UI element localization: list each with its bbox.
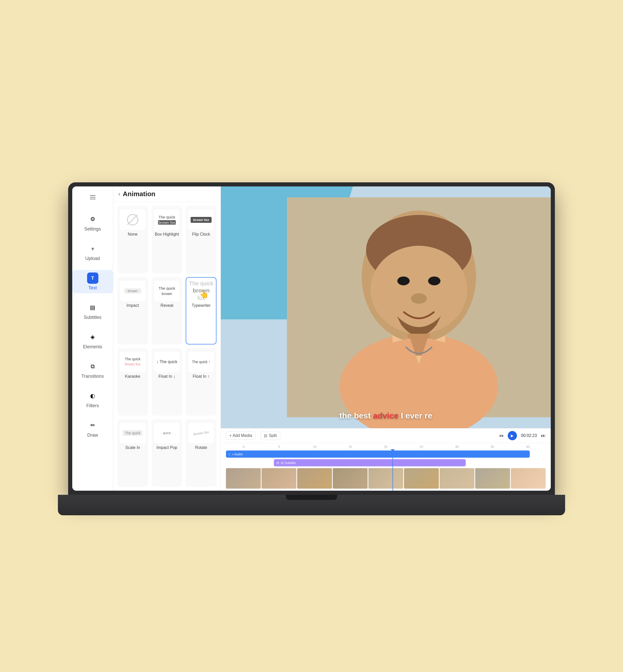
split-label: Split bbox=[269, 433, 277, 438]
laptop-notch bbox=[286, 495, 337, 500]
ruler-15: 15 bbox=[332, 445, 368, 449]
scale-in-text: The quick bbox=[123, 430, 142, 436]
ruler-0: 0 bbox=[226, 445, 262, 449]
content-row: ‹ Animation None bbox=[113, 186, 551, 491]
laptop-wrapper: ⚙ Settings ＋ Upload T Text ▤ Subtitles bbox=[68, 182, 555, 515]
thumbnail-face-6 bbox=[404, 468, 439, 489]
svg-point-6 bbox=[397, 277, 410, 285]
animation-card-impact[interactable]: · brown · Impact bbox=[117, 277, 148, 345]
add-media-button[interactable]: + Add Media bbox=[226, 431, 256, 440]
scale-in-label: Scale In bbox=[125, 445, 140, 450]
subtitle-track-row: ⊟ ⊟ Subtitle bbox=[221, 458, 551, 467]
split-icon: ⊟ bbox=[264, 433, 267, 438]
animation-header: ‹ Animation bbox=[113, 186, 220, 202]
thumbnail-8 bbox=[475, 468, 510, 489]
sidebar-item-subtitles[interactable]: ▤ Subtitles bbox=[72, 299, 113, 323]
split-button[interactable]: ⊟ Split bbox=[261, 431, 280, 440]
thumbnail-face-3 bbox=[297, 468, 332, 489]
audio-track-label: ♪ Audio bbox=[232, 452, 243, 456]
subtitle-red: advice bbox=[373, 411, 398, 420]
video-preview: the best advice I ever re bbox=[221, 186, 551, 428]
ruler-25: 25 bbox=[404, 445, 439, 449]
video-container: ↩ bbox=[221, 186, 551, 491]
animation-card-box-highlight[interactable]: The quickbrown fox Box Highlight bbox=[152, 206, 182, 274]
animation-grid: None The quickbrown fox Box bbox=[113, 202, 220, 491]
thumbnail-5 bbox=[368, 468, 403, 489]
subtitle-track[interactable]: ⊟ ⊟ Subtitle bbox=[274, 459, 466, 466]
rotate-text: brown fox bbox=[193, 430, 209, 436]
subtitles-icon: ▤ bbox=[87, 302, 98, 313]
svg-point-8 bbox=[411, 293, 427, 304]
add-media-label: + Add Media bbox=[229, 433, 252, 438]
ruler-35: 35 bbox=[475, 445, 510, 449]
animation-card-reveal[interactable]: The quickbrown Reveal bbox=[152, 277, 182, 345]
draw-icon: ✏ bbox=[87, 420, 98, 431]
thumbnail-6 bbox=[404, 468, 439, 489]
thumbnail-face-9 bbox=[511, 468, 546, 489]
sidebar: ⚙ Settings ＋ Upload T Text ▤ Subtitles bbox=[72, 186, 113, 491]
ruler-20: 20 bbox=[368, 445, 404, 449]
animation-card-impact-pop[interactable]: · quick · Impact Pop bbox=[152, 419, 182, 487]
float-in-down-label: Float In ↓ bbox=[158, 374, 176, 379]
animation-card-karaoke[interactable]: The quickbrown fox Karaoke bbox=[117, 348, 148, 416]
sidebar-item-filters[interactable]: ◐ Filters bbox=[72, 388, 113, 411]
reveal-preview: The quickbrown bbox=[154, 281, 180, 301]
sidebar-item-transitions[interactable]: ⧉ Transitions bbox=[72, 358, 113, 381]
skip-forward-button[interactable]: ⏭ bbox=[541, 433, 546, 438]
none-icon bbox=[127, 214, 138, 225]
timeline-controls: ⏮ ▶ 00:02:23 ⏭ bbox=[499, 431, 546, 440]
sidebar-item-settings[interactable]: ⚙ Settings bbox=[72, 211, 113, 234]
sidebar-label-upload: Upload bbox=[85, 256, 100, 261]
timeline-toolbar: + Add Media ⊟ Split ⏮ ▶ bbox=[221, 428, 551, 443]
hamburger-line-1 bbox=[90, 195, 95, 196]
sidebar-label-elements: Elements bbox=[83, 344, 102, 349]
main-panel: ‹ Animation None bbox=[113, 186, 551, 491]
hamburger-line-2 bbox=[90, 197, 95, 197]
timeline-tracks: 0 5 10 15 20 25 30 35 40 bbox=[221, 443, 551, 491]
animation-card-scale-in[interactable]: The quick Scale In bbox=[117, 419, 148, 487]
animation-card-float-in-up[interactable]: The quick ↑ Float In ↑ bbox=[186, 348, 216, 416]
ruler-5: 5 bbox=[262, 445, 297, 449]
person-illustration bbox=[287, 186, 551, 428]
filters-icon: ◐ bbox=[87, 390, 98, 402]
skip-back-button[interactable]: ⏮ bbox=[499, 433, 504, 438]
animation-card-typewriter[interactable]: The quick brown fox 👆 Typewriter bbox=[186, 277, 216, 345]
panel-title: Animation bbox=[123, 190, 155, 198]
scale-in-preview: The quick bbox=[120, 423, 146, 443]
gear-icon: ⚙ bbox=[87, 214, 98, 225]
ruler-10: 10 bbox=[297, 445, 332, 449]
sidebar-label-draw: Draw bbox=[87, 432, 98, 438]
video-subtitle: the best advice I ever re bbox=[221, 411, 551, 421]
cursor-hand-icon: 👆 bbox=[199, 289, 209, 299]
none-preview bbox=[120, 210, 146, 230]
subtitle-post: I ever re bbox=[398, 411, 433, 420]
karaoke-label: Karaoke bbox=[125, 374, 140, 379]
sidebar-item-elements[interactable]: ◈ Elements bbox=[72, 329, 113, 352]
animation-panel: ‹ Animation None bbox=[113, 186, 221, 491]
subtitle-track-icon: ⊟ bbox=[276, 461, 279, 465]
sidebar-label-transitions: Transitions bbox=[82, 374, 104, 379]
app-container: ⚙ Settings ＋ Upload T Text ▤ Subtitles bbox=[72, 186, 551, 491]
animation-card-rotate[interactable]: brown fox Rotate bbox=[186, 419, 216, 487]
animation-card-flip-clock[interactable]: brown fox Flip Clock bbox=[186, 206, 216, 274]
audio-track[interactable]: ♪ ♪ Audio bbox=[226, 451, 530, 458]
karaoke-text: The quickbrown fox bbox=[125, 357, 140, 367]
typewriter-label: Typewriter bbox=[191, 303, 211, 308]
none-label: None bbox=[128, 232, 138, 237]
time-display: 00:02:23 bbox=[521, 433, 537, 438]
play-button[interactable]: ▶ bbox=[508, 431, 517, 440]
sidebar-item-text[interactable]: T Text bbox=[72, 270, 113, 293]
sidebar-item-draw[interactable]: ✏ Draw bbox=[72, 417, 113, 440]
hamburger-menu-button[interactable] bbox=[87, 191, 98, 203]
box-highlight-label: Box Highlight bbox=[155, 232, 179, 237]
subtitle-pre: the best bbox=[339, 411, 373, 420]
animation-card-float-in-down[interactable]: ↓ The quick Float In ↓ bbox=[152, 348, 182, 416]
back-button[interactable]: ‹ bbox=[118, 191, 120, 197]
reveal-text: The quickbrown bbox=[158, 285, 175, 296]
animation-card-none[interactable]: None bbox=[117, 206, 148, 274]
float-in-up-text: The quick ↑ bbox=[192, 360, 210, 364]
karaoke-highlight: brown fox bbox=[125, 362, 140, 366]
sidebar-item-upload[interactable]: ＋ Upload bbox=[72, 241, 113, 264]
impact-text: · brown · bbox=[124, 289, 141, 293]
karaoke-preview: The quickbrown fox bbox=[120, 352, 146, 372]
